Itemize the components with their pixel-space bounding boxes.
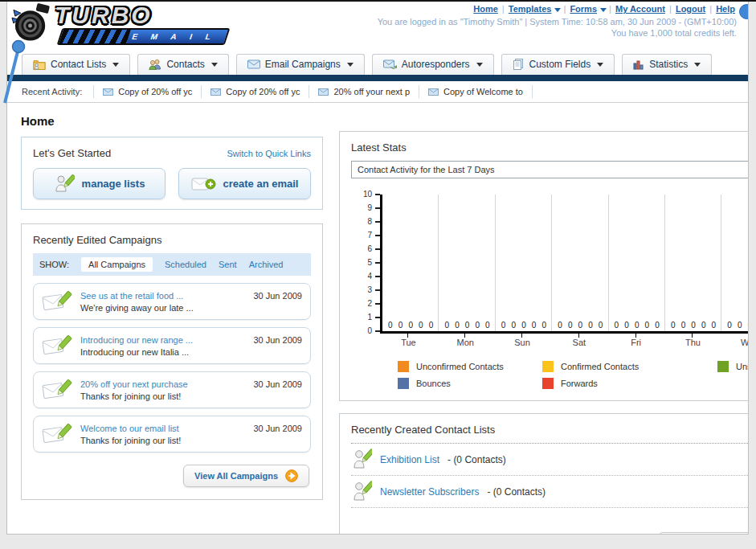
tab-contact-lists[interactable]: Contact Lists: [22, 54, 130, 75]
recent-activity-item[interactable]: Copy of 20% off yc: [202, 85, 309, 98]
recent-activity-item-label: Copy of 20% off yc: [118, 87, 192, 96]
campaign-title-link[interactable]: Welcome to our email list: [80, 424, 245, 433]
recent-contact-lists-panel: Recently Created Contact Lists: [339, 413, 749, 535]
tab-label: Custom Fields: [529, 59, 591, 70]
stats-dropdown[interactable]: Contact Activity for the Last 7 Days: [351, 161, 749, 178]
contact-list-name-link[interactable]: Exhibition List: [380, 454, 439, 465]
legend-label: Bounces: [416, 379, 451, 388]
campaign-title-link[interactable]: Introducing our new range ...: [80, 335, 245, 345]
campaign-row[interactable]: Introducing our new range ... Introducin…: [33, 327, 311, 364]
envelope-icon: [318, 88, 329, 96]
x-axis-tick-mark: [407, 334, 408, 338]
person-pencil-icon: [353, 449, 372, 470]
top-link-forms[interactable]: Forms: [570, 4, 597, 14]
envelope-icon: [428, 88, 439, 96]
bar-group-value-labels: 00000: [382, 321, 439, 330]
recent-activity-bar: Recent Activity: Copy of 20% off yc: [7, 81, 748, 103]
top-nav-links: Home | Templates | Forms | My Account | …: [378, 4, 737, 14]
legend-label: Confirmed Contacts: [561, 362, 639, 371]
campaign-row[interactable]: 20% off your next purchase Thanks for jo…: [33, 371, 311, 408]
manage-lists-button[interactable]: manage lists: [33, 168, 166, 199]
bar-group-value-labels: 00000: [665, 321, 721, 330]
contact-list-row[interactable]: Exhibition List - (0 Contacts): [351, 444, 749, 476]
gridline: [608, 195, 609, 331]
campaign-title-link[interactable]: 20% off your next purchase: [80, 379, 245, 389]
y-axis-tick-label: 8: [367, 217, 372, 227]
view-all-campaigns-button[interactable]: View All Campaigns: [183, 465, 309, 487]
chevron-down-icon: [597, 63, 603, 67]
tab-email-campaigns[interactable]: Email Campaigns: [236, 54, 365, 75]
navigation-divider-bar: [7, 75, 748, 81]
main-navigation: Contact Lists Contacts Email Campaigns: [7, 50, 748, 75]
x-axis-tick-mark: [635, 334, 636, 338]
y-axis-tick-label: 9: [367, 203, 372, 213]
filter-all-campaigns[interactable]: All Campaigns: [81, 257, 153, 272]
get-started-title: Let's Get Started: [33, 147, 111, 159]
bar-group-value-labels: 00000: [609, 321, 665, 330]
bar-group-value-labels: 00000: [439, 321, 495, 330]
logo-subtitle: E M A I L: [127, 32, 227, 41]
contacts-icon: [149, 59, 161, 70]
x-axis-tick-mark: [521, 334, 522, 338]
legend-label: Unsubscribes: [736, 362, 749, 371]
recent-activity-label: Recent Activity:: [22, 87, 82, 96]
gridline: [438, 195, 439, 331]
chevron-down-icon: [476, 63, 483, 67]
filter-archived[interactable]: Archived: [249, 260, 284, 269]
recent-campaigns-panel: Recently Edited Campaigns SHOW: All Camp…: [21, 223, 323, 500]
bar-group-value-labels: 00000: [496, 321, 552, 330]
chart-y-axis: 012345678910: [356, 195, 380, 331]
switch-quick-links[interactable]: Switch to Quick Links: [227, 149, 311, 158]
x-axis-tick-mark: [464, 334, 465, 338]
legend-swatch: [542, 361, 554, 372]
top-link-my-account[interactable]: My Account: [615, 4, 665, 14]
envelope-icon: [210, 88, 221, 96]
logo-title: TURBO: [55, 3, 227, 27]
campaign-row[interactable]: See us at the retail food ... We're givi…: [33, 283, 311, 320]
y-axis-tick-label: 2: [367, 299, 372, 309]
credits-text: You have 1,000 total credits left.: [378, 28, 737, 38]
get-started-panel: Let's Get Started Switch to Quick Links: [21, 137, 323, 210]
person-pencil-icon: [353, 481, 372, 502]
recent-activity-item[interactable]: 20% off your next p: [309, 85, 419, 98]
tab-statistics[interactable]: Statistics: [622, 54, 712, 75]
filter-sent[interactable]: Sent: [219, 260, 237, 269]
campaign-subtitle: We're giving away our late ...: [80, 303, 245, 313]
chevron-down-icon: [112, 63, 119, 67]
chevron-down-icon: [554, 8, 561, 12]
view-all-campaigns-label: View All Campaigns: [194, 471, 278, 481]
envelope-pencil-icon: [42, 289, 72, 313]
campaign-list: See us at the retail food ... We're givi…: [33, 283, 311, 453]
top-link-templates[interactable]: Templates: [509, 4, 552, 14]
create-email-button[interactable]: create an email: [178, 168, 311, 199]
help-bubble-icon[interactable]: [739, 4, 749, 19]
chevron-down-icon: [211, 63, 218, 67]
top-link-logout[interactable]: Logout: [676, 4, 705, 14]
legend-item: Bounces: [398, 378, 542, 389]
see-all-contact-lists-button[interactable]: See All Contact Lists: [658, 532, 749, 535]
contact-list-row[interactable]: Newsletter Subscribers - (0 Contacts): [351, 476, 749, 508]
bar-group-value-labels: 00000: [721, 321, 749, 330]
top-link-home[interactable]: Home: [473, 4, 498, 14]
x-axis-category-label: Mon: [437, 334, 494, 350]
campaign-subtitle: Introducing our new Italia ...: [80, 347, 245, 357]
legend-label: Forwards: [561, 379, 598, 388]
recent-activity-item[interactable]: Copy of Welcome to: [419, 85, 533, 98]
x-axis-category-label: Wed: [721, 334, 749, 350]
recent-activity-item[interactable]: Copy of 20% off yc: [93, 85, 202, 98]
stats-dropdown-value: Contact Activity for the Last 7 Days: [358, 165, 495, 174]
show-label: SHOW:: [39, 260, 69, 269]
y-axis-tick-label: 7: [367, 231, 372, 240]
tab-contacts[interactable]: Contacts: [137, 54, 228, 75]
tab-label: Contact Lists: [51, 59, 106, 70]
campaign-title-link[interactable]: See us at the retail food ...: [80, 291, 245, 301]
tab-custom-fields[interactable]: Custom Fields: [501, 54, 615, 75]
campaign-date: 30 Jun 2009: [253, 335, 302, 345]
contact-list-name-link[interactable]: Newsletter Subscribers: [380, 486, 479, 498]
filter-scheduled[interactable]: Scheduled: [165, 260, 206, 269]
contact-list-items: Exhibition List - (0 Contacts): [351, 444, 749, 508]
top-link-help[interactable]: Help: [716, 4, 735, 14]
autoresponders-icon: [383, 59, 397, 70]
tab-autoresponders[interactable]: Autoresponders: [372, 54, 494, 75]
campaign-row[interactable]: Welcome to our email list Thanks for joi…: [33, 416, 311, 453]
